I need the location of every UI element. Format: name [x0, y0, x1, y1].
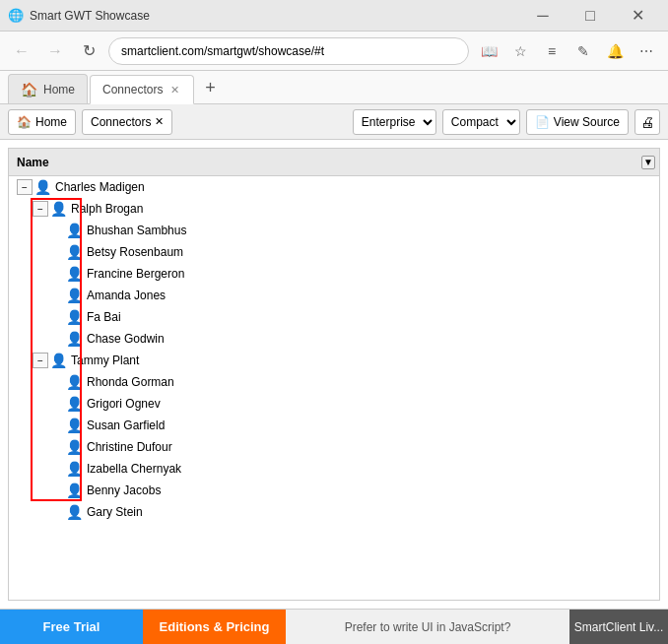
tab-connectors[interactable]: Connectors ✕ [90, 75, 194, 104]
footer: Free Trial Editions & Pricing Prefer to … [0, 609, 668, 644]
tree-row[interactable]: 👤 Gary Stein [9, 501, 659, 523]
tree-node-label: Fa Bai [87, 310, 121, 324]
tree-node-label: Amanda Jones [87, 289, 166, 302]
bell-icon[interactable]: 🔔 [601, 37, 629, 65]
tree-node-label: Rhonda Gorman [87, 375, 174, 389]
home-toolbar-label: Home [35, 115, 67, 129]
tree-toggle-expand[interactable]: − [33, 201, 48, 217]
tree-toggle-expand[interactable]: − [33, 353, 48, 368]
tree-body[interactable]: − 👤 Charles Madigen − 👤 Ralph Brogan 👤 B… [9, 176, 659, 600]
tree-row[interactable]: 👤 Bhushan Sambhus [9, 220, 659, 241]
window-controls: ─ □ ✕ [520, 0, 660, 32]
person-icon: 👤 [34, 179, 51, 195]
person-icon: 👤 [66, 288, 83, 303]
person-icon: 👤 [66, 374, 83, 390]
free-trial-button[interactable]: Free Trial [0, 610, 143, 644]
person-icon: 👤 [66, 504, 83, 520]
tree-row[interactable]: − 👤 Tammy Plant [9, 350, 659, 371]
menu-button[interactable]: ≡ [538, 37, 566, 65]
pencil-icon[interactable]: ✎ [569, 37, 597, 65]
app-icon: 🌐 [8, 8, 24, 24]
connectors-toolbar-tab[interactable]: Connectors ✕ [82, 109, 172, 135]
address-bar[interactable] [108, 37, 469, 65]
enterprise-select[interactable]: Enterprise [353, 109, 436, 135]
column-dropdown-button[interactable]: ▼ [641, 156, 655, 169]
tree-node-label: Chase Godwin [87, 332, 165, 346]
browser-bar: ← → ↻ 📖 ☆ ≡ ✎ 🔔 ⋯ [0, 32, 668, 71]
editions-pricing-label: Editions & Pricing [160, 619, 270, 634]
back-button[interactable]: ← [8, 37, 35, 65]
tree-column-name: Name [17, 156, 49, 169]
tree-node-label: Ralph Brogan [71, 202, 143, 216]
person-icon: 👤 [66, 483, 83, 498]
person-icon: 👤 [66, 309, 83, 325]
maximize-button[interactable]: □ [568, 0, 613, 32]
tree-row[interactable]: 👤 Betsy Rosenbaum [9, 241, 659, 263]
home-tab-icon: 🏠 [21, 82, 37, 97]
reader-mode-button[interactable]: 📖 [475, 37, 502, 65]
person-icon: 👤 [66, 461, 83, 477]
person-icon: 👤 [66, 396, 83, 412]
tab-connectors-label: Connectors [102, 83, 163, 97]
tree-node-label: Tammy Plant [71, 354, 139, 367]
tree-row[interactable]: 👤 Grigori Ognev [9, 393, 659, 415]
tree-row[interactable]: 👤 Amanda Jones [9, 285, 659, 306]
window-title: Smart GWT Showcase [30, 9, 520, 23]
home-toolbar-button[interactable]: 🏠 Home [8, 109, 76, 135]
tree-row[interactable]: 👤 Chase Godwin [9, 328, 659, 350]
tree-row[interactable]: 👤 Izabella Chernyak [9, 458, 659, 480]
person-icon: 👤 [66, 223, 83, 238]
tree-node-label: Bhushan Sambhus [87, 224, 186, 237]
person-icon: 👤 [66, 418, 83, 433]
new-tab-button[interactable]: + [196, 74, 224, 101]
bookmark-button[interactable]: ☆ [506, 37, 534, 65]
tree-row[interactable]: 👤 Benny Jacobs [9, 480, 659, 501]
tab-home[interactable]: 🏠 Home [8, 74, 88, 103]
tree-header: Name ▼ [9, 149, 659, 176]
tree-row[interactable]: 👤 Rhonda Gorman [9, 371, 659, 393]
connectors-tab-close-icon: ✕ [155, 115, 164, 128]
refresh-button[interactable]: ↻ [75, 37, 102, 65]
minimize-button[interactable]: ─ [520, 0, 566, 32]
person-icon: 👤 [50, 353, 67, 368]
toolbar: 🏠 Home Connectors ✕ Enterprise Compact 📄… [0, 104, 668, 140]
person-icon: 👤 [66, 439, 83, 455]
forward-button[interactable]: → [41, 37, 69, 65]
tree-toggle-expand[interactable]: − [17, 179, 33, 195]
tree-node-label: Susan Garfield [87, 419, 165, 432]
tree-node-label: Izabella Chernyak [87, 462, 181, 476]
tree-row[interactable]: 👤 Susan Garfield [9, 415, 659, 436]
tab-bar: 🏠 Home Connectors ✕ + [0, 71, 668, 104]
tree-row[interactable]: 👤 Christine Dufour [9, 436, 659, 458]
tree-row[interactable]: − 👤 Ralph Brogan [9, 198, 659, 220]
compact-select[interactable]: Compact [442, 109, 520, 135]
tree-node-label: Christine Dufour [87, 440, 172, 454]
tree-node-label: Grigori Ognev [87, 397, 161, 411]
main-content: Name ▼ − 👤 Charles Madigen − 👤 Ralph Bro… [0, 140, 668, 609]
footer-middle-text: Prefer to write UI in JavaScript? [286, 620, 569, 634]
tree-row[interactable]: − 👤 Charles Madigen [9, 176, 659, 198]
tree-node-label: Francine Bergeron [87, 267, 184, 281]
connectors-toolbar-label: Connectors [91, 115, 151, 129]
view-source-icon: 📄 [535, 115, 550, 129]
person-icon: 👤 [66, 244, 83, 260]
more-button[interactable]: ⋯ [633, 37, 660, 65]
tree-row[interactable]: 👤 Fa Bai [9, 306, 659, 328]
free-trial-label: Free Trial [43, 619, 100, 634]
person-icon: 👤 [66, 331, 83, 347]
title-bar: 🌐 Smart GWT Showcase ─ □ ✕ [0, 0, 668, 32]
editions-pricing-button[interactable]: Editions & Pricing [143, 610, 286, 644]
tab-connectors-close[interactable]: ✕ [168, 84, 181, 97]
tree-row[interactable]: 👤 Francine Bergeron [9, 263, 659, 285]
tree-node-label: Charles Madigen [55, 180, 145, 194]
view-source-button[interactable]: 📄 View Source [526, 109, 629, 135]
close-button[interactable]: ✕ [615, 0, 660, 32]
smartclient-live-label: SmartClient Liv... [574, 620, 663, 634]
print-button[interactable]: 🖨 [635, 109, 660, 135]
home-toolbar-icon: 🏠 [17, 115, 32, 129]
smartclient-live-button[interactable]: SmartClient Liv... [569, 610, 668, 644]
tab-home-label: Home [43, 83, 75, 97]
person-icon: 👤 [50, 201, 67, 217]
tree-node-label: Benny Jacobs [87, 483, 161, 497]
tree-node-label: Gary Stein [87, 505, 143, 519]
